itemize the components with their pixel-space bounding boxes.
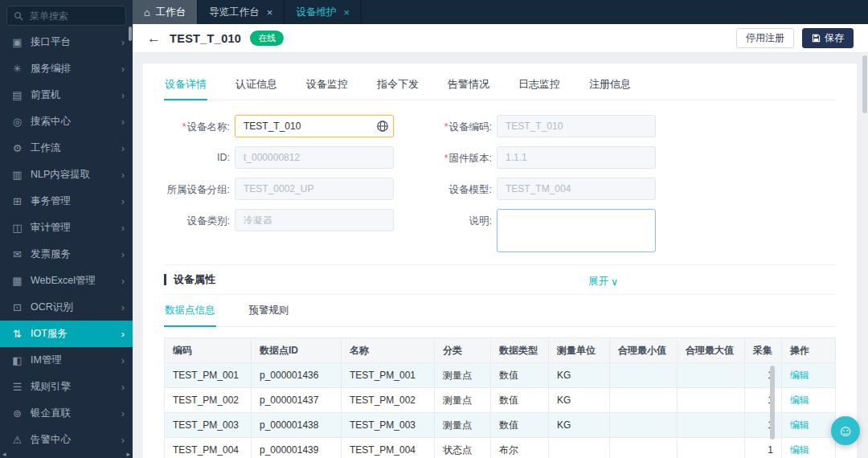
workflow-icon: ⚙ xyxy=(10,142,24,154)
tab-guide-workbench[interactable]: 导览工作台 × xyxy=(198,0,285,24)
description-textarea[interactable] xyxy=(497,209,656,252)
cell-actions: 编辑 xyxy=(782,363,836,388)
device-category-label: 设备类别: xyxy=(164,209,235,228)
save-button-label: 保存 xyxy=(825,31,844,45)
edit-link[interactable]: 编辑 xyxy=(790,395,809,406)
chevron-right-icon: › xyxy=(121,142,125,154)
chevron-right-icon: › xyxy=(121,381,125,393)
cell-unit xyxy=(549,438,610,458)
page-title: TEST_T_010 xyxy=(170,32,241,45)
table-row: TEST_PM_002 p_000001437 TEST_PM_002 测量点 … xyxy=(165,388,836,413)
sidebar-item-ocr-recognition[interactable]: ⊡OCR识别› xyxy=(0,294,133,321)
device-detail-card: 设备详情 认证信息 设备监控 指令下发 告警情况 日志监控 注册信息 *设备名称… xyxy=(143,63,857,458)
page-scrollbar[interactable] xyxy=(862,53,868,458)
sidebar-item-bank-direct[interactable]: ⊚银企直联› xyxy=(0,400,133,427)
sidebar-item-label: IM管理 xyxy=(31,354,121,367)
page-scrollbar-handle[interactable] xyxy=(862,55,867,113)
tab-alarm-status[interactable]: 告警情况 xyxy=(447,72,490,100)
save-icon xyxy=(812,34,821,43)
back-arrow-icon[interactable]: ← xyxy=(147,31,161,45)
tab-auth-info[interactable]: 认证信息 xyxy=(235,72,278,100)
sidebar-item-label: 前置机 xyxy=(31,88,121,102)
cell-code: TEST_PM_003 xyxy=(165,413,252,438)
table-vertical-scrollbar[interactable] xyxy=(770,366,775,440)
sidebar-item-search-center[interactable]: ◎搜索中心› xyxy=(0,108,133,135)
menu-search-box[interactable] xyxy=(6,6,126,26)
search-input[interactable] xyxy=(28,10,119,22)
sidebar-item-front-machine[interactable]: ▤前置机› xyxy=(0,82,133,108)
chevron-right-icon: › xyxy=(121,354,125,366)
save-button[interactable]: 保存 xyxy=(802,28,854,48)
tab-device-monitor[interactable]: 设备监控 xyxy=(305,72,349,100)
tab-warning-rules[interactable]: 预警规则 xyxy=(248,295,290,326)
close-icon[interactable]: × xyxy=(267,6,273,18)
table-header-row: 编码 数据点ID 名称 分类 数据类型 测量单位 合理最小值 合理最大值 采集 … xyxy=(165,338,836,363)
status-badge-online: 在线 xyxy=(250,31,284,46)
chat-widget-button[interactable]: ☺ xyxy=(831,416,860,445)
sidebar-item-rule-engine[interactable]: ☰规则引擎› xyxy=(0,374,133,400)
col-point-id: 数据点ID xyxy=(252,338,342,363)
cell-max xyxy=(678,438,745,458)
edit-link[interactable]: 编辑 xyxy=(790,370,809,381)
tab-log-monitor[interactable]: 日志监控 xyxy=(518,72,561,100)
interface-platform-icon: ▣ xyxy=(10,36,24,48)
device-code-input xyxy=(497,115,656,137)
chevron-down-icon: ∨ xyxy=(611,276,618,288)
sidebar-item-audit-mgmt[interactable]: ◫审计管理› xyxy=(0,215,133,241)
sidebar-item-label: 接口平台 xyxy=(31,35,121,49)
sidebar-item-interface-platform[interactable]: ▣接口平台› xyxy=(0,29,133,55)
ocr-recognition-icon: ⊡ xyxy=(10,301,24,313)
bank-direct-icon: ⊚ xyxy=(10,407,24,419)
cell-collect: 1 xyxy=(745,388,782,413)
tab-registration-info[interactable]: 注册信息 xyxy=(588,72,632,100)
search-center-icon: ◎ xyxy=(10,116,24,128)
chevron-right-icon: › xyxy=(121,116,125,128)
device-category-input xyxy=(235,209,394,231)
tab-command-dispatch[interactable]: 指令下发 xyxy=(376,72,420,100)
sidebar-horizontal-scrollbar[interactable]: ◂ ▸ xyxy=(0,449,133,458)
sidebar-item-webexcel-mgmt[interactable]: ▦WebExcel管理› xyxy=(0,268,133,294)
sidebar-item-transaction-mgmt[interactable]: ⊞事务管理› xyxy=(0,188,133,215)
tab-device-detail[interactable]: 设备详情 xyxy=(164,72,207,100)
device-code-label: *设备编码: xyxy=(426,115,497,134)
sidebar-item-invoice-service[interactable]: ✉发票服务› xyxy=(0,241,133,268)
sidebar-item-workflow[interactable]: ⚙工作流› xyxy=(0,135,133,162)
expand-link[interactable]: 展开 ∨ xyxy=(588,275,618,288)
header-actions: 停用注册 保存 xyxy=(736,28,854,48)
col-category: 分类 xyxy=(435,338,491,363)
deactivate-registration-button[interactable]: 停用注册 xyxy=(736,28,794,48)
sidebar-item-label: IOT服务 xyxy=(31,327,121,341)
search-icon xyxy=(14,11,23,21)
sidebar-item-iot-service[interactable]: ⇅IOT服务› xyxy=(0,321,133,347)
scroll-right-icon[interactable]: ▸ xyxy=(126,450,130,458)
chevron-right-icon: › xyxy=(121,434,125,446)
col-min: 合理最小值 xyxy=(610,338,678,363)
cell-point-id: p_000001437 xyxy=(252,388,342,413)
invoice-service-icon: ✉ xyxy=(10,248,24,260)
col-data-type: 数据类型 xyxy=(491,338,549,363)
sidebar-scrollbar[interactable] xyxy=(129,27,132,41)
edit-link[interactable]: 编辑 xyxy=(790,419,809,431)
edit-link[interactable]: 编辑 xyxy=(790,444,809,456)
field-description: 说明: xyxy=(426,209,667,252)
field-device-id: ID: xyxy=(164,146,405,169)
close-icon[interactable]: × xyxy=(343,6,350,18)
globe-icon[interactable] xyxy=(376,120,389,133)
col-collect: 采集 xyxy=(745,338,782,363)
sidebar-item-im-mgmt[interactable]: ◧IM管理› xyxy=(0,347,133,374)
device-name-input[interactable] xyxy=(235,115,394,137)
field-device-model: 设备模型: xyxy=(426,178,667,200)
chevron-right-icon: › xyxy=(121,63,125,75)
sidebar-item-service-orchestration[interactable]: ✳服务编排› xyxy=(0,55,133,82)
tab-device-maintenance[interactable]: 设备维护 × xyxy=(285,0,362,24)
sidebar-item-alarm-center[interactable]: ⚠告警中心› xyxy=(0,427,133,449)
sidebar-item-nlp-extract[interactable]: ▥NLP内容提取› xyxy=(0,162,133,188)
scroll-left-icon[interactable]: ◂ xyxy=(2,450,6,458)
tab-workbench[interactable]: ⌂ 工作台 xyxy=(133,0,198,24)
tab-data-points[interactable]: 数据点信息 xyxy=(164,295,216,327)
cell-point-id: p_000001439 xyxy=(252,438,342,458)
required-mark: * xyxy=(444,153,448,164)
sidebar-item-label: OCR识别 xyxy=(31,301,121,314)
field-device-name: *设备名称: xyxy=(164,115,405,137)
chevron-right-icon: › xyxy=(121,328,125,340)
